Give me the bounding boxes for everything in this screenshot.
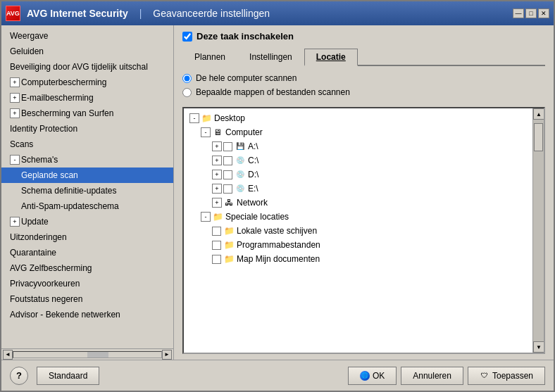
tree-container: - 📁 Desktop - 🖥 Computer + 💾	[182, 107, 545, 354]
sidebar-item-schemas[interactable]: - Schema's	[1, 152, 173, 167]
tree-label-mijn-documenten: Map Mijn documenten	[237, 253, 320, 265]
tree-expand-d[interactable]: +	[212, 170, 222, 179]
sidebar-item-identity[interactable]: Identity Protection	[1, 121, 173, 137]
maximize-button[interactable]: □	[525, 8, 537, 18]
sidebar-item-quarantaine[interactable]: Quarantaine	[1, 245, 173, 260]
sidebar-label-scans: Scans	[10, 138, 33, 151]
tree-item-c-drive[interactable]: + 💿 C:\	[184, 153, 532, 167]
window-title: Geavanceerde instellingen	[153, 8, 513, 19]
standaard-button[interactable]: Standaard	[37, 367, 99, 385]
tab-plannen[interactable]: Plannen	[182, 49, 237, 66]
sidebar-item-anti-spam[interactable]: Anti-Spam-updateschema	[1, 198, 173, 214]
tree-checkbox-d[interactable]	[223, 170, 232, 179]
tree-item-a-drive[interactable]: + 💾 A:\	[184, 139, 532, 153]
tree-expand-network[interactable]: +	[212, 198, 222, 208]
tree-label-c: C:\	[248, 154, 258, 167]
sidebar-item-uitzonderingen[interactable]: Uitzonderingen	[1, 229, 173, 245]
sidebar-item-foutstatus[interactable]: Foutstatus negeren	[1, 291, 173, 307]
tree-item-mijn-documenten[interactable]: 📁 Map Mijn documenten	[184, 252, 532, 266]
tree-item-d-drive[interactable]: + 💿 D:\	[184, 167, 532, 182]
tree-checkbox-e[interactable]	[223, 184, 232, 194]
toepassen-label: Toepassen	[492, 371, 533, 381]
folder-icon-lokale: 📁	[223, 226, 235, 236]
app-name: AVG Internet Security	[27, 8, 128, 19]
toepassen-button[interactable]: 🛡 Toepassen	[468, 367, 545, 385]
drive-icon-d: 💿	[235, 170, 246, 179]
folder-icon-mijn-documenten: 📁	[223, 254, 235, 264]
sidebar-label-geplande-scan: Geplande scan	[21, 169, 78, 182]
sidebar-label-schema-definitie: Schema definitie-updates	[21, 184, 116, 197]
scroll-left-btn[interactable]: ◄	[3, 350, 13, 360]
tab-locatie[interactable]: Locatie	[304, 49, 358, 66]
tree-expand-e[interactable]: +	[212, 184, 222, 194]
tree-label-network: Network	[237, 196, 268, 209]
tree-scrollbar: ▲ ▼	[532, 108, 544, 353]
ok-label: OK	[373, 371, 385, 381]
sidebar-item-beveiliging[interactable]: Beveiliging door AVG tijdelijk uitschal	[1, 59, 173, 75]
main-window: AVG AVG Internet Security | Geavanceerde…	[0, 0, 555, 392]
tree-item-programmabestanden[interactable]: 📁 Programmabestanden	[184, 238, 532, 252]
sidebar-item-advisor[interactable]: Advisor - Bekende netwerken	[1, 307, 173, 322]
tree-item-network[interactable]: + 🖧 Network	[184, 196, 532, 210]
annuleren-button[interactable]: Annuleren	[401, 367, 463, 385]
tree-checkbox-c[interactable]	[223, 156, 232, 165]
sidebar-label-privacyvoorkeuren: Privacyvoorkeuren	[10, 277, 80, 290]
tree-checkbox-mijn-documenten[interactable]	[212, 255, 221, 264]
sidebar-label-identity: Identity Protection	[10, 122, 77, 135]
tree-expand-computer[interactable]: -	[201, 127, 211, 137]
tree-item-e-drive[interactable]: + 💿 E:\	[184, 182, 532, 196]
tree-item-lokale[interactable]: 📁 Lokale vaste schijven	[184, 224, 532, 238]
sidebar-item-surfen[interactable]: + Bescherming van Surfen	[1, 106, 173, 121]
tree-expand-speciale[interactable]: -	[201, 212, 211, 222]
sidebar-item-schema-definitie[interactable]: Schema definitie-updates	[1, 183, 173, 198]
tree-expand-desktop[interactable]: -	[189, 113, 199, 123]
expand-icon-surfen: +	[10, 108, 20, 118]
tree-expand-c[interactable]: +	[212, 156, 222, 165]
radio-whole-computer[interactable]	[182, 74, 192, 83]
scroll-down-btn[interactable]: ▼	[533, 341, 544, 353]
scroll-track-vertical[interactable]	[533, 120, 544, 341]
tab-instellingen[interactable]: Instellingen	[237, 49, 304, 66]
tree-inner[interactable]: - 📁 Desktop - 🖥 Computer + 💾	[184, 108, 532, 353]
sidebar-item-computerbescherming[interactable]: + Computerbescherming	[1, 75, 173, 90]
sidebar-label-zelfbescherming: AVG Zelfbescherming	[10, 262, 92, 274]
sidebar-item-privacyvoorkeuren[interactable]: Privacyvoorkeuren	[1, 276, 173, 291]
tree-checkbox-lokale[interactable]	[212, 227, 221, 236]
radio-whole-computer-row: De hele computer scannen	[182, 73, 545, 83]
drive-icon-e: 💿	[235, 184, 246, 194]
tree-checkbox-a[interactable]	[223, 142, 232, 151]
task-enable-checkbox[interactable]	[182, 32, 192, 42]
help-button[interactable]: ?	[10, 367, 28, 385]
ok-button[interactable]: 🌐 OK	[348, 367, 397, 385]
sidebar-item-geplande-scan[interactable]: Geplande scan	[1, 167, 173, 183]
expand-icon-email: +	[10, 93, 20, 103]
sidebar-item-scans[interactable]: Scans	[1, 137, 173, 152]
scroll-track[interactable]	[13, 351, 162, 358]
sidebar-item-emailbescherming[interactable]: + E-mailbescherming	[1, 90, 173, 106]
tree-item-computer[interactable]: - 🖥 Computer	[184, 125, 532, 139]
ok-icon: 🌐	[360, 371, 370, 381]
expand-icon-computerbescherming: +	[10, 77, 20, 87]
tree-item-speciale[interactable]: - 📁 Speciale locaties	[184, 210, 532, 224]
tree-checkbox-programmabestanden[interactable]	[212, 241, 221, 250]
tree-expand-a[interactable]: +	[212, 141, 222, 151]
close-button[interactable]: ✕	[538, 8, 549, 18]
sidebar-label-surfen: Bescherming van Surfen	[21, 107, 113, 120]
sidebar-item-update[interactable]: + Update	[1, 214, 173, 229]
sidebar-label-schemas: Schema's	[21, 153, 58, 166]
tree-label-e: E:\	[248, 182, 258, 195]
radio-specific[interactable]	[182, 88, 192, 97]
bottom-bar-right: 🌐 OK Annuleren 🛡 Toepassen	[348, 367, 545, 385]
scroll-right-btn[interactable]: ►	[162, 350, 172, 360]
scroll-up-btn[interactable]: ▲	[533, 108, 544, 120]
task-enable-label: Deze taak inschakelen	[197, 31, 294, 42]
scan-location-radio-group: De hele computer scannen Bepaalde mappen…	[182, 73, 545, 101]
sidebar-item-geluiden[interactable]: Geluiden	[1, 44, 173, 59]
minimize-button[interactable]: —	[513, 8, 524, 18]
sidebar-item-zelfbescherming[interactable]: AVG Zelfbescherming	[1, 260, 173, 276]
tab-bar: Plannen Instellingen Locatie	[182, 49, 545, 66]
sidebar-item-weergave[interactable]: Weergave	[1, 28, 173, 44]
sidebar-label-quarantaine: Quarantaine	[10, 246, 56, 259]
tree-item-desktop[interactable]: - 📁 Desktop	[184, 111, 532, 125]
sidebar-label-computerbescherming: Computerbescherming	[21, 76, 106, 89]
